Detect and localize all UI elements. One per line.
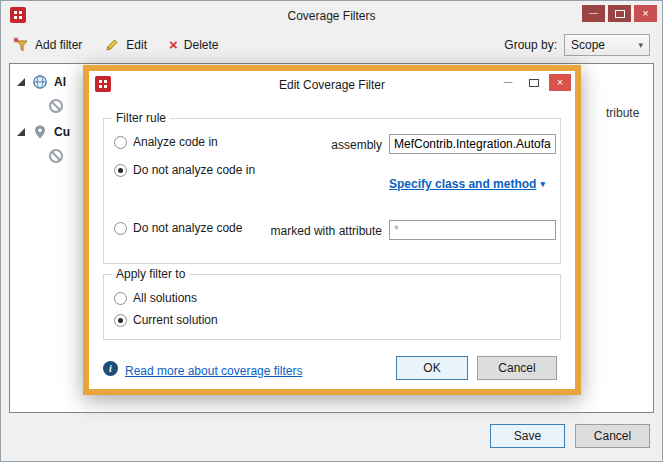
read-more-link[interactable]: Read more about coverage filters — [125, 364, 302, 378]
main-caption-buttons: — × — [582, 5, 657, 22]
tree-row-all-solutions[interactable]: Al — [16, 74, 66, 90]
add-filter-funnel-icon — [13, 37, 29, 53]
globe-icon — [32, 74, 48, 90]
radio-all-solutions[interactable]: All solutions — [114, 291, 197, 305]
maximize-icon — [615, 10, 625, 18]
radio-label: Do not analyze code — [133, 221, 242, 235]
info-icon: i — [103, 361, 118, 376]
clipped-column-text: tribute — [606, 106, 639, 120]
close-icon: × — [642, 8, 648, 19]
group-by-value: Scope — [571, 38, 605, 52]
delete-label: Delete — [184, 38, 219, 52]
delete-x-icon: × — [169, 37, 178, 52]
minimize-icon: — — [504, 78, 513, 87]
specify-class-method-link[interactable]: Specify class and method ▾ — [389, 177, 545, 191]
filter-rule-legend: Filter rule — [112, 111, 170, 125]
filter-rule-group: Filter rule Analyze code in assembly Do … — [103, 118, 561, 264]
maximize-icon — [529, 79, 539, 87]
expander-expanded-icon[interactable] — [16, 77, 26, 87]
main-titlebar: Coverage Filters — × — [1, 1, 662, 30]
apply-filter-to-group: Apply filter to All solutions Current so… — [103, 274, 561, 340]
edit-label: Edit — [126, 38, 147, 52]
cancel-button[interactable]: Cancel — [575, 424, 650, 448]
assembly-label: assembly — [294, 138, 382, 152]
tree-row-filter-1[interactable] — [48, 98, 64, 114]
dialog-maximize-button[interactable] — [523, 74, 545, 91]
radio-circle[interactable] — [114, 222, 127, 235]
radio-do-not-analyze-code-marked[interactable]: Do not analyze code — [114, 221, 242, 235]
group-by-label: Group by: — [504, 38, 557, 52]
edit-button[interactable]: Edit — [104, 37, 147, 53]
edit-coverage-filter-dialog: Edit Coverage Filter — × Filter rule Ana… — [83, 65, 581, 395]
apply-filter-legend: Apply filter to — [112, 267, 189, 281]
close-icon: × — [557, 77, 563, 88]
chevron-down-icon: ▾ — [540, 179, 545, 189]
tree-label-all-solutions: Al — [54, 75, 66, 89]
delete-button[interactable]: × Delete — [169, 37, 218, 52]
edit-pencil-icon — [104, 37, 120, 53]
radio-label: All solutions — [133, 291, 197, 305]
radio-current-solution[interactable]: Current solution — [114, 313, 218, 327]
add-filter-label: Add filter — [35, 38, 82, 52]
tree-row-current-solution[interactable]: Cu — [16, 124, 70, 140]
dialog-caption-buttons: — × — [497, 74, 571, 91]
radio-circle[interactable] — [114, 136, 127, 149]
marked-with-attribute-label: marked with attribute — [242, 224, 382, 238]
maximize-button[interactable] — [608, 5, 631, 22]
blocked-icon — [48, 148, 64, 164]
radio-circle-selected[interactable] — [114, 314, 127, 327]
close-button[interactable]: × — [634, 5, 657, 22]
tree-label-current-solution: Cu — [54, 125, 70, 139]
assembly-input[interactable] — [389, 134, 556, 154]
minimize-icon: — — [589, 9, 598, 18]
radio-label: Current solution — [133, 313, 218, 327]
location-pin-icon — [32, 124, 48, 140]
minimize-button[interactable]: — — [582, 5, 605, 22]
group-by: Group by: Scope ▾ — [504, 34, 650, 56]
dialog-minimize-button[interactable]: — — [497, 74, 519, 91]
blocked-icon — [48, 98, 64, 114]
add-filter-button[interactable]: Add filter — [13, 37, 82, 53]
specify-link-text: Specify class and method — [389, 177, 536, 191]
radio-circle[interactable] — [114, 292, 127, 305]
dialog-titlebar: Edit Coverage Filter — × — [89, 71, 575, 98]
ok-button[interactable]: OK — [396, 356, 468, 380]
coverage-filters-window: Coverage Filters — × Add filter — [0, 0, 663, 462]
expander-expanded-icon[interactable] — [16, 127, 26, 137]
group-by-select[interactable]: Scope ▾ — [564, 34, 650, 56]
dialog-cancel-button[interactable]: Cancel — [477, 356, 557, 380]
tree-row-filter-2[interactable] — [48, 148, 64, 164]
radio-label: Do not analyze code in — [133, 163, 255, 177]
chevron-down-icon: ▾ — [638, 40, 643, 50]
attribute-input[interactable] — [389, 220, 556, 240]
radio-analyze-code-in[interactable]: Analyze code in — [114, 135, 218, 149]
radio-do-not-analyze-code-in[interactable]: Do not analyze code in — [114, 163, 255, 177]
dialog-close-button[interactable]: × — [549, 74, 571, 91]
dialog-content: Filter rule Analyze code in assembly Do … — [89, 98, 575, 389]
window-title: Coverage Filters — [1, 9, 662, 23]
toolbar: Add filter Edit × Delete — [13, 31, 219, 58]
radio-label: Analyze code in — [133, 135, 218, 149]
save-button[interactable]: Save — [490, 424, 565, 448]
radio-circle-selected[interactable] — [114, 164, 127, 177]
